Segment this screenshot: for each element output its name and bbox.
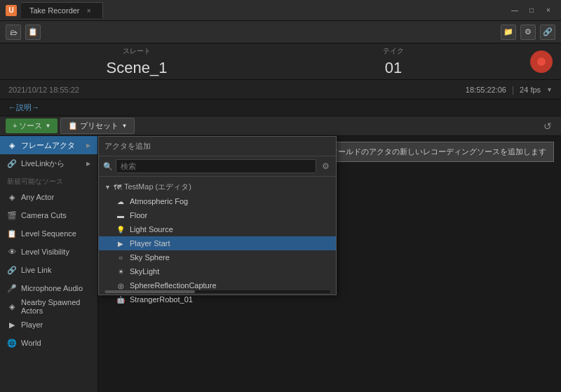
floor-icon: ▬ — [116, 210, 126, 220]
frame-actor-icon: ◈ — [7, 140, 17, 150]
any-actor-icon: ◈ — [7, 192, 17, 202]
light-source-label: Light Source — [130, 225, 173, 234]
sky-sphere-label: Sky Sphere — [130, 253, 170, 262]
world-label: World — [21, 339, 41, 347]
folder-btn[interactable]: 📁 — [501, 25, 516, 40]
sphere-reflection-icon: ◎ — [116, 281, 126, 290]
tab-close-btn[interactable]: × — [84, 6, 94, 15]
search-settings-btn[interactable]: ⚙ — [319, 160, 332, 173]
tree-scrollbar-thumb — [104, 290, 195, 293]
take-label: テイク — [383, 46, 404, 56]
floor-label: Floor — [130, 211, 147, 219]
save-icon: 🗁 — [10, 28, 18, 36]
nearby-actors-label: Nearby Spawned Actors — [21, 298, 90, 315]
any-actor-label: Any Actor — [21, 193, 54, 201]
sources-sidebar: ◈ フレームアクタ 🔗 LiveLinkから 新規可能なソース ◈ Any Ac… — [0, 136, 98, 392]
tree-item-sky-sphere[interactable]: ○ Sky Sphere — [99, 250, 336, 264]
tree-root-item[interactable]: ▼ 🗺 TestMap (エディタ) — [99, 180, 336, 194]
toolbar-right: 📁 ⚙ 🔗 — [501, 25, 555, 40]
sidebar-item-frame-actor[interactable]: ◈ フレームアクタ — [0, 136, 97, 154]
time-row: 2021/10/12 18:55:22 18:55:22:06 | 24 fps… — [0, 80, 561, 100]
tab-label: Take Recorder — [29, 6, 80, 15]
tree-item-floor[interactable]: ▬ Floor — [99, 208, 336, 222]
search-input[interactable] — [116, 159, 316, 173]
root-icon: 🗺 — [114, 183, 121, 191]
microphone-icon: 🎤 — [7, 283, 17, 293]
player-start-icon: ▶ — [116, 238, 126, 248]
atmospheric-fog-label: Atmospheric Fog — [130, 197, 188, 205]
sidebar-item-player[interactable]: ▶ Player — [0, 316, 97, 334]
window-controls: — □ × — [508, 6, 555, 15]
stranger-robot-label: StrangerRobot_01 — [130, 295, 193, 304]
preset-btn[interactable]: 📋 プリセット ▼ — [60, 118, 135, 134]
live-link-icon: 🔗 — [7, 265, 17, 275]
actor-tree: ▼ 🗺 TestMap (エディタ) ☁ Atmospheric Fog ▬ F… — [99, 177, 336, 289]
slate-label: スレート — [123, 46, 151, 56]
content-area: アクタを追加 🔍 ⚙ ▼ 🗺 TestMap (エディタ) ☁ Atmosphe… — [98, 136, 561, 392]
take-col: テイク 01 — [265, 46, 522, 77]
sky-sphere-icon: ○ — [116, 252, 126, 262]
preset-label: 📋 プリセット — [68, 121, 119, 131]
minimize-btn[interactable]: — — [508, 6, 522, 15]
sidebar-item-camera-cuts[interactable]: 🎬 Camera Cuts — [0, 206, 97, 224]
open-btn[interactable]: 📋 — [25, 25, 41, 40]
preset-arrow: ▼ — [121, 123, 127, 129]
add-source-arrow: ▼ — [45, 123, 50, 129]
desc-row: ←説明→ — [0, 100, 561, 116]
app-icon: U — [6, 5, 17, 16]
dropdown-header: アクタを追加 — [99, 137, 336, 156]
slate-col: スレート Scene_1 — [8, 46, 265, 77]
sidebar-item-nearby-actors[interactable]: ◈ Nearby Spawned Actors — [0, 297, 97, 316]
record-button[interactable] — [530, 50, 553, 73]
settings-btn[interactable]: ⚙ — [520, 25, 536, 40]
slate-value[interactable]: Scene_1 — [107, 59, 168, 77]
nearby-actors-icon: ◈ — [7, 302, 17, 311]
search-icon: 🔍 — [103, 162, 113, 171]
record-indicator — [537, 58, 546, 66]
time-code: 18:55:22:06 — [466, 86, 506, 94]
camera-cuts-label: Camera Cuts — [21, 211, 67, 219]
section-title: 新規可能なソース — [0, 173, 97, 188]
save-btn[interactable]: 🗁 — [6, 25, 21, 40]
main-area: ◈ フレームアクタ 🔗 LiveLinkから 新規可能なソース ◈ Any Ac… — [0, 136, 561, 392]
add-source-btn[interactable]: + ソース ▼ — [6, 119, 58, 133]
tooltip-box: 現在のワールドのアクタの新しいレコーディングソースを追加します — [299, 142, 554, 162]
sidebar-item-microphone[interactable]: 🎤 Microphone Audio — [0, 279, 97, 297]
tree-expand-icon: ▼ — [104, 184, 111, 191]
tree-scrollbar[interactable] — [104, 290, 330, 293]
skylight-icon: ☀ — [116, 266, 126, 276]
live-link-label: Live Link — [21, 266, 51, 274]
sidebar-item-level-visibility[interactable]: 👁 Level Visibility — [0, 243, 97, 261]
tree-item-light-source[interactable]: 💡 Light Source — [99, 222, 336, 236]
sources-toolbar: + ソース ▼ 📋 プリセット ▼ ↺ — [0, 116, 561, 136]
sidebar-item-world[interactable]: 🌐 World — [0, 334, 97, 352]
tree-item-skylight[interactable]: ☀ SkyLight — [99, 264, 336, 278]
tree-item-player-start[interactable]: ▶ Player Start — [99, 236, 336, 250]
window-close-btn[interactable]: × — [541, 6, 555, 15]
sphere-reflection-label: SphereReflectionCapture — [130, 281, 217, 290]
tree-item-stranger-robot[interactable]: 🤖 StrangerRobot_01 — [99, 292, 336, 306]
player-start-label: Player Start — [130, 239, 170, 248]
open-icon: 📋 — [28, 27, 38, 36]
fps-selector[interactable]: 24 fps — [520, 86, 541, 94]
sidebar-item-livelink[interactable]: 🔗 LiveLinkから — [0, 154, 97, 173]
take-value[interactable]: 01 — [385, 59, 402, 77]
reset-btn[interactable]: ↺ — [540, 119, 555, 134]
description-link[interactable]: ←説明→ — [8, 102, 39, 113]
tooltip-text: 現在のワールドのアクタの新しいレコーディングソースを追加します — [307, 147, 546, 156]
link-btn[interactable]: 🔗 — [540, 25, 555, 40]
level-sequence-label: Level Sequence — [21, 229, 76, 238]
livelink-icon: 🔗 — [7, 158, 17, 168]
sidebar-item-live-link[interactable]: 🔗 Live Link — [0, 261, 97, 279]
fps-arrow[interactable]: ▼ — [546, 86, 553, 93]
main-toolbar: 🗁 📋 📁 ⚙ 🔗 — [0, 21, 561, 43]
sidebar-item-level-sequence[interactable]: 📋 Level Sequence — [0, 224, 97, 243]
tree-item-atmospheric-fog[interactable]: ☁ Atmospheric Fog — [99, 194, 336, 208]
level-visibility-icon: 👁 — [7, 247, 17, 257]
player-icon: ▶ — [7, 320, 17, 330]
maximize-btn[interactable]: □ — [525, 6, 539, 15]
main-tab[interactable]: Take Recorder × — [21, 2, 103, 18]
stranger-robot-icon: 🤖 — [116, 295, 126, 304]
skylight-label: SkyLight — [130, 267, 159, 276]
sidebar-item-any-actor[interactable]: ◈ Any Actor — [0, 188, 97, 206]
